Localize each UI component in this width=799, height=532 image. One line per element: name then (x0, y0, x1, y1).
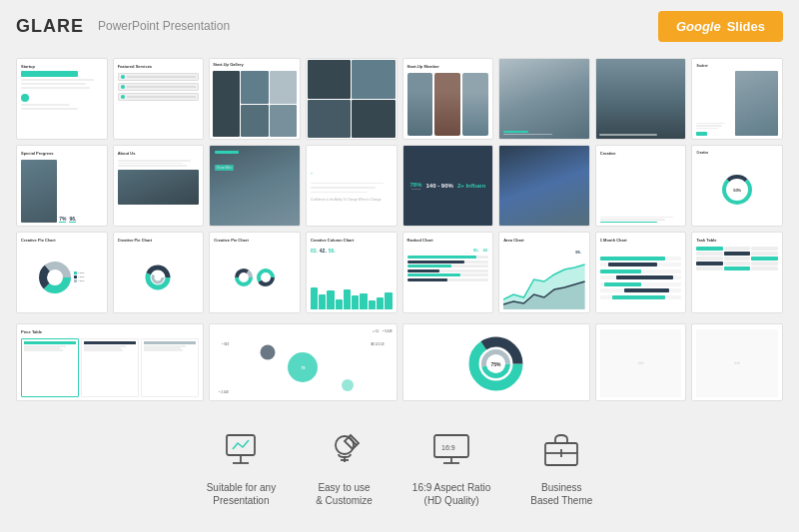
slide-11: Know Who (209, 145, 301, 227)
google-logo-text: Google (676, 19, 721, 34)
monitor-icon: 16:9 (427, 425, 475, 473)
slide-7 (595, 58, 687, 140)
slides-grid: Startup Featured Services (0, 52, 799, 323)
slide-12: " Confidence is the Ability To Change Wh… (306, 145, 398, 227)
slide-13: 78% Increase 140 - 90% 2+ Influen (402, 145, 494, 227)
slide-6 (498, 58, 590, 140)
feature-business: BusinessBased Theme (530, 425, 592, 507)
svg-text:75%: 75% (491, 361, 502, 367)
subtitle: PowerPoint Presentation (98, 19, 230, 33)
slide-16: Creative 50% (691, 145, 783, 227)
features-row: Suitable for anyPresentation Easy to use… (0, 407, 799, 507)
slide-18: Creative Pie Chart (113, 232, 205, 313)
feature-customize-label: Easy to use& Customize (316, 481, 373, 507)
slide-4 (306, 58, 398, 140)
slide-27: 75% (402, 323, 590, 401)
slide-28: slide (595, 323, 687, 401)
feature-hd: 16:9 16:9 Aspect Ratio(HD Quality) (412, 425, 490, 507)
slide-9: Special Progress 7% 96. (16, 145, 108, 227)
slide-23: 1 Month Chart (595, 232, 687, 313)
feature-customize: Easy to use& Customize (316, 425, 373, 507)
slide-19: Creative Pie Chart (209, 232, 301, 313)
header-left: GLARE PowerPoint Presentation (16, 16, 230, 37)
slide-26: ≡ 51 • 9,348 • 923 $$ 12,519 • 2,548 79 (209, 323, 397, 401)
slide-14 (498, 145, 590, 227)
slide-25: Price Table (16, 323, 204, 401)
feature-hd-label: 16:9 Aspect Ratio(HD Quality) (412, 481, 490, 507)
slide-8: Student (691, 58, 783, 140)
slide-5: Start-Up Member (402, 58, 494, 140)
slide-29: slide (691, 323, 783, 401)
briefcase-icon (537, 425, 585, 473)
slide-24: Task Table (691, 232, 783, 313)
header: GLARE PowerPoint Presentation Google Sli… (0, 0, 799, 52)
slide-3: Start-Up Gallery (209, 58, 301, 140)
presentation-icon (217, 425, 265, 473)
feature-presentation-label: Suitable for anyPresentation (207, 481, 277, 507)
slides-text: Slides (727, 19, 765, 34)
svg-point-5 (153, 272, 163, 282)
slide-1: Startup (16, 58, 108, 140)
google-slides-badge: Google Slides (658, 11, 783, 42)
slide-22: Area Chart 96. (498, 232, 590, 313)
feature-business-label: BusinessBased Theme (530, 481, 592, 507)
brand-name: GLARE (16, 16, 84, 37)
slide-20: Creative Column Chart 83. 42. 56. (306, 232, 398, 313)
slide-10: About Us (113, 145, 205, 227)
svg-text:16:9: 16:9 (441, 444, 455, 451)
slide-21: Ranked Chart 85.42. (402, 232, 494, 313)
customize-icon (321, 425, 369, 473)
slide-15: Creative (595, 145, 687, 227)
slide-17: Creative Pie Chart Label Label Label (16, 232, 108, 313)
slide-2: Featured Services (113, 58, 205, 140)
feature-presentation: Suitable for anyPresentation (207, 425, 277, 507)
